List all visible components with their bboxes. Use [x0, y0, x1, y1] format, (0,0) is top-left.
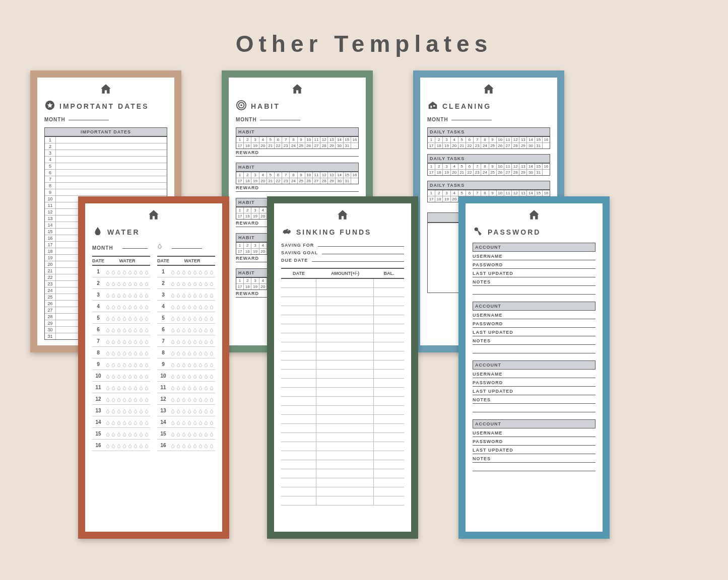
page-title: Other Templates	[0, 0, 728, 57]
password-block: ACCOUNTUSERNAMEPASSWORDLAST UPDATEDNOTES	[473, 243, 595, 295]
password-block: ACCOUNTUSERNAMEPASSWORDLAST UPDATEDNOTES	[473, 360, 595, 412]
home-icon	[473, 208, 595, 224]
table-row	[281, 424, 404, 433]
month-underline	[122, 248, 148, 249]
account-label: ACCOUNT	[473, 360, 595, 370]
password-field-label: LAST UPDATED	[473, 269, 595, 277]
table-row	[281, 351, 404, 360]
habit-label: HABIT	[236, 127, 359, 136]
table-row	[281, 360, 404, 370]
sink-bal-header: BAL.	[374, 271, 404, 276]
table-row	[281, 370, 404, 379]
password-field-label: PASSWORD	[473, 260, 595, 269]
number-grid: 1234567891011121314151617181920212223242…	[427, 136, 550, 149]
table-row	[281, 433, 404, 442]
water-row: 7	[157, 335, 215, 347]
table-row	[281, 469, 404, 478]
water-row: 15	[92, 428, 150, 440]
home-icon	[281, 208, 404, 224]
water-row: 16	[157, 440, 215, 451]
table-row	[281, 333, 404, 342]
card-sinking-funds: SINKING FUNDS SAVING FOR SAVING GOAL DUE…	[267, 196, 418, 539]
table-row	[281, 442, 404, 451]
password-field-label: NOTES	[473, 454, 595, 463]
due-date-label: DUE DATE	[281, 258, 308, 263]
water-row: 11	[92, 382, 150, 393]
table-row	[281, 279, 404, 288]
important-title: IMPORTANT DATES	[59, 102, 149, 110]
password-title: PASSWORD	[488, 228, 541, 236]
water-row: 3	[157, 289, 215, 301]
month-label: MONTH	[44, 117, 65, 122]
list-item: 7	[45, 176, 167, 182]
sink-rows	[281, 279, 404, 505]
reward-label: REWARD	[236, 184, 359, 192]
month-label: MONTH	[427, 117, 448, 122]
water-row: 13	[157, 405, 215, 416]
water-row: 5	[157, 312, 215, 324]
water-col-right: 12345678910111213141516	[157, 266, 215, 451]
house-clean-icon	[427, 100, 438, 113]
table-row	[281, 406, 404, 415]
water-row: 16	[92, 440, 150, 451]
list-item: 1	[45, 137, 167, 143]
water-row: 1	[92, 266, 150, 277]
table-row	[281, 415, 404, 424]
account-label: ACCOUNT	[473, 419, 595, 428]
svg-rect-6	[433, 105, 435, 107]
daily-tasks-label: DAILY TASKS	[427, 154, 550, 163]
number-grid: 1234567891011121314151617181920212223242…	[236, 172, 359, 184]
daily-block: DAILY TASKS12345678910111213141516171819…	[427, 127, 550, 149]
water-row: 14	[92, 416, 150, 428]
account-label: ACCOUNT	[473, 302, 595, 311]
table-row	[281, 306, 404, 315]
password-field-label: PASSWORD	[473, 378, 595, 387]
number-grid: 1234567891011121314151617181920212223242…	[427, 163, 550, 176]
table-row	[281, 324, 404, 333]
number-grid: 1234567891011121314151617181920212223242…	[236, 136, 359, 149]
password-block: ACCOUNTUSERNAMEPASSWORDLAST UPDATEDNOTES	[473, 419, 595, 471]
password-field-label: NOTES	[473, 277, 595, 286]
list-item: 4	[45, 156, 167, 163]
goal-underline	[172, 248, 202, 249]
password-field-label: LAST UPDATED	[473, 446, 595, 454]
home-icon	[44, 83, 167, 98]
water-row: 1	[157, 266, 215, 277]
water-row: 10	[157, 370, 215, 382]
water-row: 13	[92, 405, 150, 416]
table-row	[281, 388, 404, 397]
water-row: 12	[92, 393, 150, 405]
habit-block: HABIT12345678910111213141516171819202122…	[236, 163, 359, 192]
water-row: 10	[92, 370, 150, 382]
svg-rect-5	[430, 106, 432, 108]
month-underline	[69, 120, 109, 120]
water-row: 8	[157, 347, 215, 358]
important-list-header: IMPORTANT DATES	[44, 127, 167, 136]
daily-block: DAILY TASKS12345678910111213141516171819…	[427, 154, 550, 176]
sink-date-header: DATE	[281, 271, 316, 276]
card-password: PASSWORD ACCOUNTUSERNAMEPASSWORDLAST UPD…	[458, 196, 610, 539]
habit-title: HABIT	[251, 102, 280, 110]
water-date-header: DATE	[92, 258, 104, 263]
list-item: 3	[45, 150, 167, 156]
water-row: 14	[157, 416, 215, 428]
card-water: WATER MONTH DATE WATER 12345678910111213…	[78, 196, 229, 539]
password-field-label: USERNAME	[473, 428, 595, 437]
account-label: ACCOUNT	[473, 243, 595, 252]
list-item: 8	[45, 182, 167, 189]
password-field-label: NOTES	[473, 336, 595, 345]
water-row: 5	[92, 312, 150, 324]
water-row: 4	[92, 301, 150, 312]
daily-tasks-label: DAILY TASKS	[427, 181, 550, 190]
password-field-label: NOTES	[473, 395, 595, 404]
password-field-label: PASSWORD	[473, 437, 595, 446]
underline	[318, 246, 404, 247]
table-row	[281, 342, 404, 351]
month-label: MONTH	[92, 245, 113, 251]
home-icon	[236, 83, 359, 98]
table-row	[281, 451, 404, 460]
water-row: 2	[92, 277, 150, 289]
password-field-label: USERNAME	[473, 370, 595, 378]
water-date-header: DATE	[157, 258, 169, 263]
password-block: ACCOUNTUSERNAMEPASSWORDLAST UPDATEDNOTES	[473, 302, 595, 353]
